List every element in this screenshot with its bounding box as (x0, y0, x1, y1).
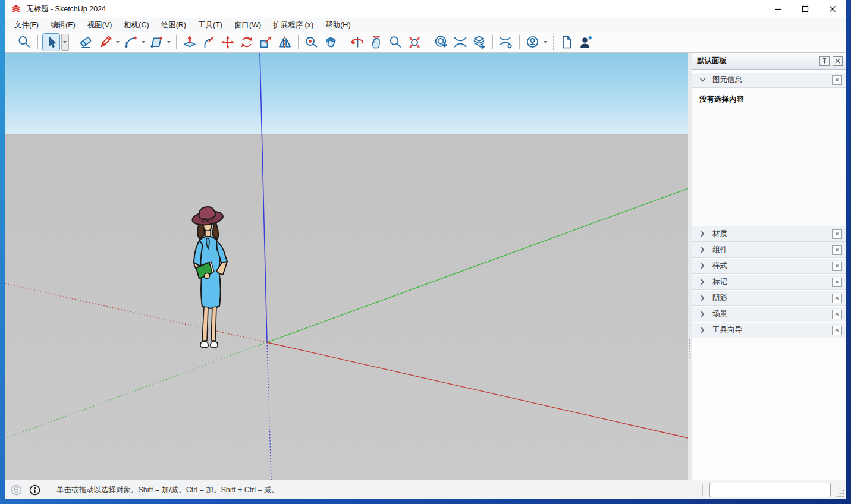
push-pull-tool-button[interactable] (181, 33, 199, 51)
section-label: 图元信息 (712, 75, 832, 85)
extension-manager-tool-button[interactable] (497, 33, 515, 51)
person-figure[interactable] (186, 205, 238, 354)
section-close-button[interactable]: ✕ (832, 310, 842, 319)
menu-tools[interactable]: 工具(T) (192, 18, 228, 32)
section-close-button[interactable]: ✕ (832, 326, 842, 335)
panel-splitter[interactable] (688, 53, 692, 480)
section-components[interactable]: 组件✕ (692, 242, 846, 258)
follow-me-tool-group (199, 33, 218, 51)
add-person-tool-group (576, 33, 595, 51)
measurement-input[interactable] (709, 483, 831, 497)
share-model-tool-group (451, 33, 470, 51)
toolbar-grip[interactable] (551, 34, 555, 50)
modeling-viewport[interactable] (5, 53, 688, 480)
divider (49, 484, 49, 496)
orbit-tool-group (348, 33, 367, 51)
section-close-button[interactable]: ✕ (832, 294, 842, 303)
rectangle-icon (149, 34, 164, 50)
section-entity-info[interactable]: 图元信息 ✕ (692, 72, 846, 88)
minimize-button[interactable] (764, 0, 792, 18)
close-button[interactable] (819, 0, 846, 18)
section-shadows[interactable]: 阴影✕ (692, 290, 846, 306)
section-close-button[interactable]: ✕ (832, 229, 842, 239)
new-file-tool-button[interactable] (558, 33, 576, 51)
minimize-icon (774, 5, 781, 12)
select-dropdown-button[interactable] (61, 34, 69, 51)
menu-draw[interactable]: 绘图(R) (155, 18, 192, 32)
get-models-icon (434, 34, 449, 50)
geolocation-button[interactable] (11, 484, 22, 496)
zoom-tool-group (386, 33, 405, 51)
menu-camera[interactable]: 相机(C) (118, 18, 155, 32)
toolbar-separator (428, 35, 428, 49)
resize-grip[interactable] (836, 489, 844, 497)
eraser-tool-button[interactable] (77, 33, 95, 51)
menu-help[interactable]: 帮助(H) (319, 18, 356, 32)
follow-me-tool-button[interactable] (200, 33, 218, 51)
share-model-tool-button[interactable] (451, 33, 469, 51)
account-tool-group (523, 33, 549, 51)
drawing-axes (5, 53, 688, 480)
share-component-tool-group (470, 33, 489, 51)
zoom-extents-tool-button[interactable] (406, 33, 423, 51)
tape-measure-tool-button[interactable] (303, 33, 321, 51)
section-close-button[interactable]: ✕ (832, 245, 842, 255)
paint-bucket-tool-group (321, 33, 340, 51)
move-tool-button[interactable] (219, 33, 237, 51)
close-icon (835, 58, 840, 64)
arcs-dropdown-arrow-icon[interactable] (142, 41, 145, 43)
toolbar-grip[interactable] (9, 34, 12, 50)
add-person-tool-button[interactable] (577, 33, 595, 51)
collapsed-sections: 材质✕组件✕样式✕标记✕阴影✕场景✕工具向导✕ (692, 226, 846, 338)
section-label: 材质 (712, 229, 832, 239)
search-tool-button[interactable] (15, 33, 33, 51)
chevron-down-icon (698, 75, 707, 84)
line-dropdown-arrow-icon[interactable] (116, 41, 120, 43)
zoom-tool-button[interactable] (387, 33, 404, 51)
section-close-button[interactable]: ✕ (832, 262, 842, 271)
help-button[interactable] (29, 484, 40, 496)
menu-view[interactable]: 视图(V) (81, 18, 118, 32)
menu-extensions[interactable]: 扩展程序 (x) (267, 18, 319, 32)
menu-window[interactable]: 窗口(W) (228, 18, 267, 32)
zoom-extents-icon (407, 34, 422, 50)
line-tool-button[interactable] (96, 33, 114, 51)
section-close-button[interactable]: ✕ (832, 75, 842, 85)
menu-file[interactable]: 文件(F) (8, 18, 45, 32)
section-scenes[interactable]: 场景✕ (692, 306, 846, 322)
zoom-icon (388, 34, 403, 50)
section-materials[interactable]: 材质✕ (692, 226, 846, 242)
paint-bucket-tool-button[interactable] (322, 33, 340, 51)
panel-pin-button[interactable] (819, 56, 830, 66)
panel-close-button[interactable] (833, 56, 843, 66)
section-instructor[interactable]: 工具向导✕ (692, 322, 846, 338)
rotate-tool-group (237, 33, 256, 51)
section-styles[interactable]: 样式✕ (692, 258, 846, 274)
flip-tool-button[interactable] (276, 33, 294, 51)
account-tool-button[interactable] (524, 33, 542, 51)
section-tags[interactable]: 标记✕ (692, 274, 846, 290)
share-component-icon (472, 34, 487, 50)
toolbar-separator (73, 35, 73, 49)
select-tool-button[interactable] (42, 33, 60, 51)
rotate-tool-button[interactable] (238, 33, 256, 51)
shapes-dropdown-arrow-icon[interactable] (167, 41, 171, 43)
scale-tool-button[interactable] (257, 33, 275, 51)
pan-tool-button[interactable] (368, 33, 385, 51)
chevron-right-icon (698, 326, 707, 335)
orbit-tool-button[interactable] (348, 33, 366, 51)
maximize-button[interactable] (792, 0, 819, 18)
shapes-tool-button[interactable] (147, 33, 165, 51)
account-dropdown-arrow-icon[interactable] (544, 41, 547, 43)
eraser-icon (78, 34, 94, 50)
chevron-down-icon (63, 41, 67, 43)
share-component-tool-button[interactable] (470, 33, 488, 51)
toolbar-separator (519, 35, 520, 49)
section-close-button[interactable]: ✕ (832, 278, 842, 287)
pin-icon (821, 58, 828, 64)
push-pull-tool-group (180, 33, 199, 51)
arcs-tool-button[interactable] (122, 33, 140, 51)
menu-edit[interactable]: 编辑(E) (45, 18, 81, 32)
get-models-tool-button[interactable] (432, 33, 450, 51)
share-model-icon (453, 34, 468, 50)
